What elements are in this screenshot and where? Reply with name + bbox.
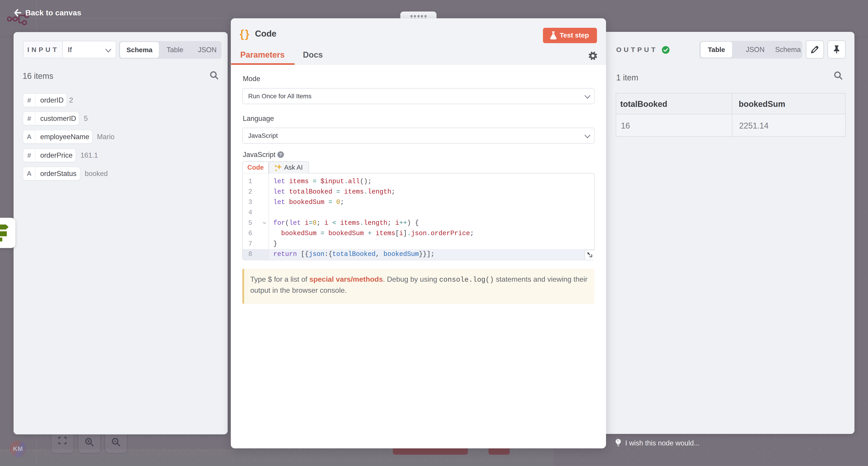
svg-text:?: ?: [279, 152, 282, 157]
